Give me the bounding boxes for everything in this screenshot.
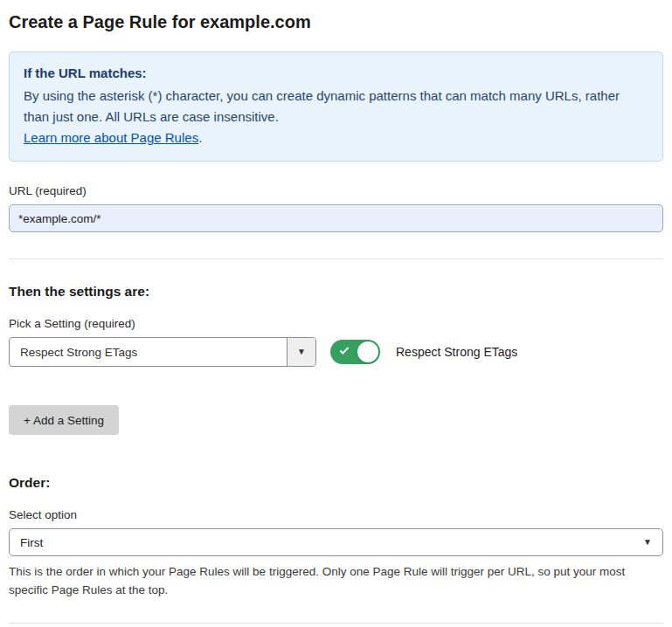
link-suffix: . bbox=[198, 130, 202, 145]
footer-divider bbox=[9, 623, 663, 624]
check-icon bbox=[340, 345, 350, 355]
order-help-text: This is the order in which your Page Rul… bbox=[9, 563, 663, 600]
add-setting-button[interactable]: + Add a Setting bbox=[9, 405, 119, 435]
setting-dropdown-caret-button[interactable]: ▼ bbox=[287, 338, 315, 366]
order-select-label: Select option bbox=[9, 508, 663, 521]
toggle-label: Respect Strong ETags bbox=[396, 345, 517, 359]
settings-heading: Then the settings are: bbox=[9, 284, 663, 300]
order-select-value: First bbox=[20, 536, 43, 549]
page-title: Create a Page Rule for example.com bbox=[9, 12, 663, 32]
url-match-info-box: If the URL matches: By using the asteris… bbox=[9, 52, 663, 162]
setting-row: Respect Strong ETags ▼ Respect Strong ET… bbox=[9, 337, 663, 367]
setting-dropdown[interactable]: Respect Strong ETags ▼ bbox=[9, 337, 316, 367]
section-divider bbox=[9, 258, 663, 259]
info-box-heading: If the URL matches: bbox=[24, 63, 648, 84]
learn-more-link[interactable]: Learn more about Page Rules bbox=[24, 130, 198, 145]
chevron-down-icon: ▼ bbox=[643, 538, 652, 547]
add-setting-wrap: + Add a Setting bbox=[9, 405, 663, 435]
pick-setting-label: Pick a Setting (required) bbox=[9, 317, 663, 330]
info-box-link-line: Learn more about Page Rules. bbox=[24, 127, 648, 148]
setting-dropdown-value: Respect Strong ETags bbox=[10, 338, 287, 366]
chevron-down-icon: ▼ bbox=[297, 348, 306, 356]
url-input[interactable] bbox=[9, 204, 663, 232]
url-field-label: URL (required) bbox=[9, 184, 663, 197]
order-heading: Order: bbox=[9, 475, 663, 491]
toggle-knob bbox=[357, 341, 378, 362]
order-select[interactable]: First ▼ bbox=[9, 528, 663, 556]
page-rule-form: Create a Page Rule for example.com If th… bbox=[0, 0, 672, 627]
respect-strong-etags-toggle[interactable] bbox=[330, 340, 380, 364]
info-box-body: By using the asterisk (*) character, you… bbox=[24, 86, 648, 127]
